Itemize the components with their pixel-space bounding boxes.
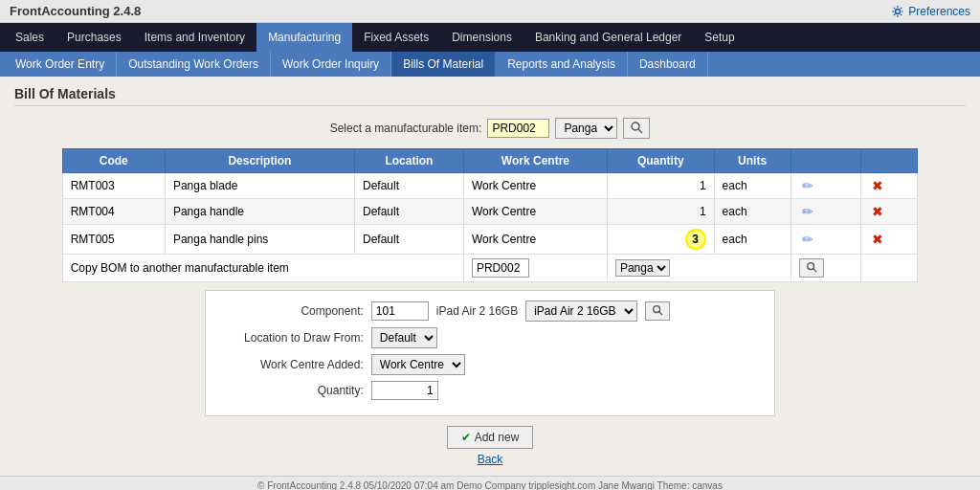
preferences-label: Preferences — [908, 5, 970, 18]
row3-desc: Panga handle pins — [165, 225, 354, 255]
search-button[interactable] — [623, 118, 650, 139]
sub-reports[interactable]: Reports and Analysis — [496, 52, 628, 77]
quantity-row: Quantity: — [220, 381, 760, 400]
row2-desc: Panga handle — [165, 199, 354, 225]
svg-line-2 — [638, 129, 642, 133]
row1-loc: Default — [354, 173, 463, 199]
row1-desc: Panga blade — [165, 173, 354, 199]
work-centre-row: Work Centre Added: Work Centre — [220, 354, 760, 375]
nav-items[interactable]: Items and Inventory — [133, 23, 256, 52]
nav-banking[interactable]: Banking and General Ledger — [523, 23, 693, 52]
copy-bom-code-input[interactable] — [472, 258, 529, 278]
nav-fixed-assets[interactable]: Fixed Assets — [352, 23, 440, 52]
row3-qty: 3 — [607, 225, 714, 255]
sub-dashboard[interactable]: Dashboard — [628, 52, 708, 77]
select-item-row: Select a manufacturable item: Panga — [14, 118, 966, 139]
bom-table: Code Description Location Work Centre Qu… — [62, 148, 919, 282]
col-delete — [860, 149, 918, 173]
nav-purchases[interactable]: Purchases — [56, 23, 133, 52]
item-code-input[interactable] — [487, 119, 549, 138]
nav-dimensions[interactable]: Dimensions — [440, 23, 523, 52]
row2-units: each — [714, 199, 791, 225]
component-search-button[interactable] — [645, 301, 670, 321]
svg-point-3 — [807, 263, 813, 270]
row1-units: each — [714, 173, 791, 199]
row1-wc: Work Centre — [463, 173, 607, 199]
search-icon — [806, 261, 817, 273]
form-actions: ✔ Add new Back — [14, 426, 966, 466]
col-code: Code — [62, 149, 165, 173]
row1-code: RMT003 — [62, 173, 165, 199]
row1-edit-button[interactable]: ✏ — [799, 177, 816, 194]
svg-line-4 — [813, 269, 815, 272]
table-row: RMT004 Panga handle Default Work Centre … — [62, 199, 918, 225]
nav-setup[interactable]: Setup — [693, 23, 746, 52]
footer: © FrontAccounting 2.4.8 05/10/2020 07:04… — [0, 476, 980, 490]
select-item-label: Select a manufacturable item: — [330, 122, 482, 135]
row3-units: each — [714, 225, 791, 255]
work-centre-select[interactable]: Work Centre — [371, 354, 465, 375]
svg-point-0 — [896, 9, 901, 13]
row2-loc: Default — [354, 199, 463, 225]
component-input[interactable] — [371, 301, 429, 321]
preferences-link[interactable]: Preferences — [891, 5, 970, 18]
component-row: Component: iPad Air 2 16GB iPad Air 2 16… — [220, 301, 760, 322]
row2-edit-button[interactable]: ✏ — [799, 203, 816, 220]
gear-icon — [891, 5, 904, 18]
table-row: RMT003 Panga blade Default Work Centre 1… — [62, 173, 918, 199]
search-icon — [652, 304, 663, 316]
copy-bom-row: Copy BOM to another manufacturable item … — [62, 255, 918, 282]
copy-bom-label: Copy BOM to another manufacturable item — [62, 255, 463, 282]
content: Bill Of Materials Select a manufacturabl… — [0, 77, 980, 476]
sub-outstanding-work-orders[interactable]: Outstanding Work Orders — [117, 52, 271, 77]
svg-point-1 — [632, 122, 639, 130]
item-name-select[interactable]: Panga — [555, 118, 617, 139]
quantity-label: Quantity: — [220, 384, 364, 397]
back-link[interactable]: Back — [478, 453, 503, 466]
footer-text: © FrontAccounting 2.4.8 05/10/2020 07:04… — [257, 480, 723, 490]
copy-bom-name-cell: Panga — [607, 255, 791, 282]
copy-bom-code-cell — [463, 255, 607, 282]
row3-edit-button[interactable]: ✏ — [799, 231, 816, 248]
col-units: Units — [714, 149, 791, 173]
row3-wc: Work Centre — [463, 225, 607, 255]
row3-delete-button[interactable]: ✖ — [869, 231, 886, 248]
component-label: Component: — [220, 304, 364, 318]
location-select[interactable]: Default — [371, 327, 437, 348]
col-location: Location — [354, 149, 463, 173]
app-title: FrontAccounting 2.4.8 — [10, 4, 141, 18]
page-title: Bill Of Materials — [14, 86, 966, 106]
location-row: Location to Draw From: Default — [220, 327, 760, 348]
sub-work-order-inquiry[interactable]: Work Order Inquiry — [271, 52, 391, 77]
add-new-label: Add new — [475, 431, 520, 444]
form-area: Component: iPad Air 2 16GB iPad Air 2 16… — [205, 290, 775, 416]
nav-manufacturing[interactable]: Manufacturing — [256, 23, 352, 52]
row1-delete-button[interactable]: ✖ — [869, 177, 886, 194]
sub-nav: Work Order Entry Outstanding Work Orders… — [0, 52, 980, 77]
row1-qty: 1 — [607, 173, 714, 199]
nav-sales[interactable]: Sales — [4, 23, 56, 52]
bom-table-wrap: Code Description Location Work Centre Qu… — [62, 148, 919, 282]
location-label: Location to Draw From: — [220, 331, 364, 345]
sub-bills-of-material[interactable]: Bills Of Material — [391, 52, 496, 77]
checkmark-icon: ✔ — [461, 431, 471, 444]
copy-bom-name-select[interactable]: Panga — [615, 259, 670, 277]
row3-loc: Default — [354, 225, 463, 255]
col-work-centre: Work Centre — [463, 149, 607, 173]
row3-code: RMT005 — [62, 225, 165, 255]
table-row: RMT005 Panga handle pins Default Work Ce… — [62, 225, 918, 255]
col-quantity: Quantity — [607, 149, 714, 173]
row2-delete-button[interactable]: ✖ — [869, 203, 886, 220]
component-select[interactable]: iPad Air 2 16GB — [525, 301, 637, 322]
work-centre-label: Work Centre Added: — [220, 358, 364, 371]
highlighted-quantity: 3 — [685, 229, 706, 250]
col-description: Description — [165, 149, 354, 173]
component-desc: iPad Air 2 16GB — [436, 304, 518, 318]
add-new-button[interactable]: ✔ Add new — [447, 426, 534, 449]
quantity-input[interactable] — [371, 381, 438, 400]
sub-work-order-entry[interactable]: Work Order Entry — [4, 52, 117, 77]
copy-bom-search-button[interactable] — [799, 258, 824, 278]
search-icon — [630, 121, 643, 134]
row2-code: RMT004 — [62, 199, 165, 225]
main-nav: Sales Purchases Items and Inventory Manu… — [0, 23, 980, 52]
